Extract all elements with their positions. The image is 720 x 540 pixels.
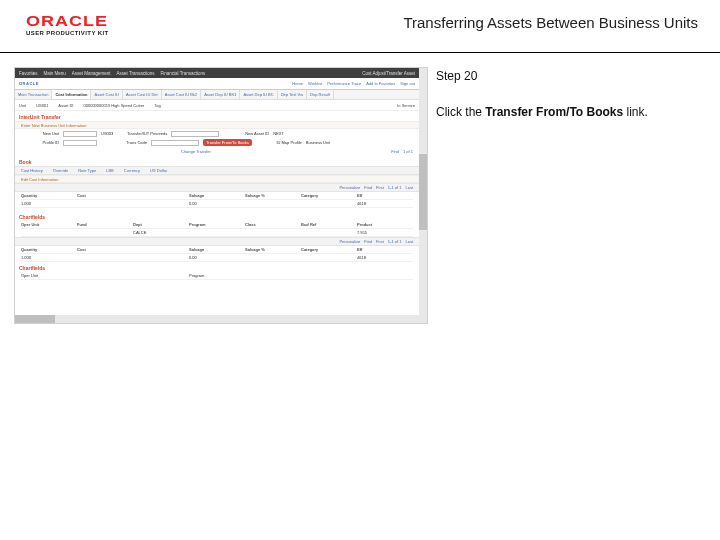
col	[133, 246, 189, 254]
proceeds-label: Transfer/IUT Proceeds	[117, 131, 167, 136]
cost-grid-row: 1.000 0.00 4618	[15, 200, 419, 208]
tab-dep-test-vw[interactable]: Dep Test Vw	[278, 90, 307, 99]
col-quantity: Quantity	[21, 192, 77, 200]
cell[interactable]	[77, 254, 133, 262]
cell[interactable]	[301, 200, 357, 208]
first-link[interactable]: First	[376, 239, 384, 244]
last-link[interactable]: Last	[405, 185, 413, 190]
section-edit-cost-info: Edit Cost Information	[15, 175, 419, 183]
cell[interactable]	[133, 200, 189, 208]
cost-grid2-header: Quantity Cost Salvage Salvage % Category…	[15, 246, 419, 254]
bc-item[interactable]: Asset Management	[72, 71, 111, 76]
section-interunit-transfer: InterUnit Transfer	[15, 111, 419, 121]
bc-item[interactable]: Favorites	[19, 71, 38, 76]
cost-grid2-row: 1.000 0.00 4618	[15, 254, 419, 262]
cell[interactable]	[245, 200, 301, 208]
cell[interactable]	[133, 254, 189, 262]
col: Salvage	[189, 246, 245, 254]
cell[interactable]	[77, 200, 133, 208]
nav-link[interactable]: Home	[292, 81, 303, 86]
cell[interactable]: 4618	[357, 254, 413, 262]
tab-main-transaction[interactable]: Main Transaction	[15, 90, 52, 99]
tab-asset-dep-iu-bk1[interactable]: Asset Dep IU BK1	[201, 90, 240, 99]
tab-asset-cost-iu[interactable]: Asset Cost IU	[91, 90, 122, 99]
cf-cell[interactable]: 7.955	[357, 229, 413, 237]
find-link[interactable]: Find	[364, 239, 372, 244]
cf-cell[interactable]	[357, 272, 413, 280]
tab-asset-cost-iu-bk2[interactable]: Asset Cost IU Bk2	[162, 90, 201, 99]
col-salvage: Salvage	[189, 192, 245, 200]
bc-item[interactable]: Asset Transactions	[117, 71, 155, 76]
cf-cell[interactable]: Oper Unit	[21, 272, 77, 280]
cf-cell[interactable]	[301, 229, 357, 237]
cf-col: Program	[189, 221, 245, 229]
cf-cell[interactable]	[133, 272, 189, 280]
chartfields-header: Oper Unit Fund Dept Program Class Bud Re…	[15, 221, 419, 229]
cell[interactable]	[245, 254, 301, 262]
nav-link[interactable]: Performance Trace	[327, 81, 361, 86]
change-transfer-link[interactable]: Change Transfer	[181, 149, 211, 154]
currency-label: Currency	[124, 168, 140, 173]
tab-asset-dep-iu-bc[interactable]: Asset Dep IU BC	[240, 90, 277, 99]
rate-type-label: Rate Type	[78, 168, 96, 173]
cell[interactable]: 0.00	[189, 254, 245, 262]
find-link[interactable]: Find	[364, 185, 372, 190]
cost-history-link[interactable]: Cost History	[21, 168, 43, 173]
cell[interactable]: 0.00	[189, 200, 245, 208]
cf-cell[interactable]	[245, 229, 301, 237]
section-book: Book	[15, 156, 419, 166]
personalize-link[interactable]: Personalize	[339, 239, 360, 244]
cf-cell[interactable]	[21, 229, 77, 237]
transfer-from-to-books-button[interactable]: Transfer From/To Books	[203, 139, 252, 146]
nav-link[interactable]: Add to Favorites	[366, 81, 395, 86]
cell[interactable]	[301, 254, 357, 262]
tab-dep-result[interactable]: Dep Result	[307, 90, 334, 99]
proceeds-select[interactable]	[171, 131, 219, 137]
new-unit-input[interactable]	[63, 131, 97, 137]
cf-col: Product	[357, 221, 413, 229]
oracle-logo-small: ORACLE	[19, 81, 39, 86]
cf-cell[interactable]: CALCE	[133, 229, 189, 237]
oracle-nav: ORACLE Home Worklist Performance Trace A…	[15, 78, 419, 90]
bc-item[interactable]: Financial Transactions	[161, 71, 206, 76]
instruction-text: Click the Transfer From/To Books link.	[436, 105, 680, 119]
find-link[interactable]: Find	[391, 149, 399, 154]
col: Salvage %	[245, 246, 301, 254]
col-eff: Eff	[357, 192, 413, 200]
dep-label: LBE	[106, 168, 114, 173]
cf-cell[interactable]	[301, 272, 357, 280]
instr-post: link.	[623, 105, 648, 119]
cost-grid-header: Quantity Cost Salvage Salvage % Category…	[15, 192, 419, 200]
new-unit-value: US003	[101, 131, 113, 136]
cf-cell[interactable]	[245, 272, 301, 280]
breadcrumb-bar: Favorites Main Menu Asset Management Ass…	[15, 68, 419, 78]
cf-cell[interactable]	[189, 229, 245, 237]
horizontal-scrollbar[interactable]	[15, 315, 419, 323]
section-chartfields: Chartfields	[15, 211, 419, 221]
cf-cell[interactable]	[77, 229, 133, 237]
section-new-bu-info: Enter New Business Unit Information	[15, 121, 419, 129]
cf-cell[interactable]	[77, 272, 133, 280]
asset-label: Asset ID	[58, 103, 73, 108]
last-link[interactable]: Last	[405, 239, 413, 244]
cell[interactable]: 1.000	[21, 200, 77, 208]
cell[interactable]: 1.000	[21, 254, 77, 262]
transcode-select[interactable]	[151, 140, 199, 146]
first-link[interactable]: First	[376, 185, 384, 190]
vertical-scroll-thumb[interactable]	[419, 154, 427, 230]
bc-item[interactable]: Cost Adjust/Transfer Asset	[362, 71, 415, 76]
bc-item[interactable]: Main Menu	[44, 71, 66, 76]
override-label: Override	[53, 168, 68, 173]
personalize-link[interactable]: Personalize	[339, 185, 360, 190]
nav-link[interactable]: Worklist	[308, 81, 322, 86]
tab-asset-cost-iu-det[interactable]: Asset Cost IU Det	[123, 90, 162, 99]
nav-link[interactable]: Sign out	[400, 81, 415, 86]
cell[interactable]: 4618	[357, 200, 413, 208]
profile-input[interactable]	[63, 140, 97, 146]
tab-cost-information[interactable]: Cost Information	[52, 90, 91, 99]
brand-block: ORACLE USER PRODUCTIVITY KIT	[26, 14, 109, 36]
pager-range: 1-1 of 1	[388, 239, 402, 244]
cf-cell[interactable]: Program	[189, 272, 245, 280]
horizontal-scroll-thumb[interactable]	[15, 315, 55, 323]
cf-col: Dept	[133, 221, 189, 229]
